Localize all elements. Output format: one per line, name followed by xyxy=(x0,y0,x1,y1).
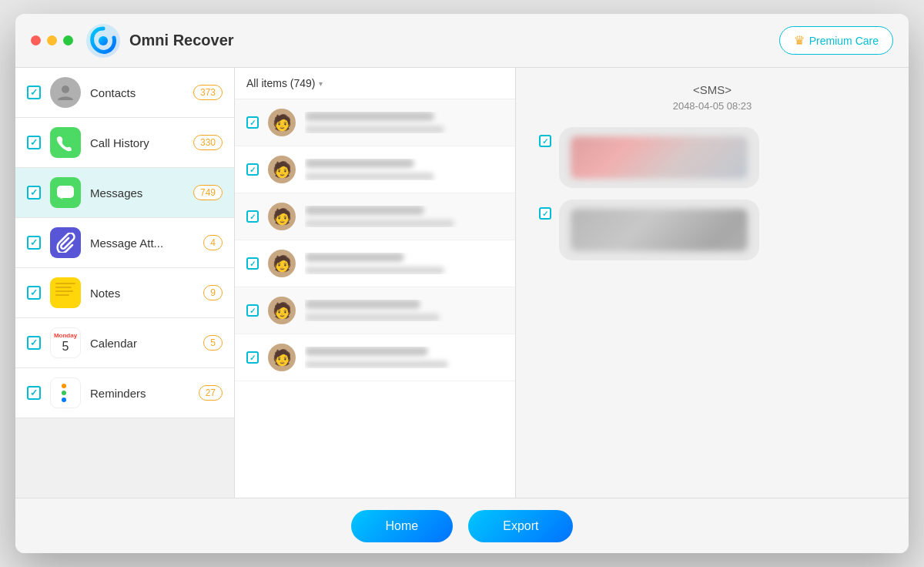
reminders-badge: 27 xyxy=(199,385,223,401)
svg-rect-3 xyxy=(57,186,74,198)
contacts-icon xyxy=(50,77,81,108)
list-item[interactable]: 🧑 xyxy=(235,193,515,240)
message-content-2 xyxy=(305,159,504,180)
messages-label: Messages xyxy=(90,186,193,200)
blur-text-4 xyxy=(305,267,444,274)
list-item[interactable]: 🧑 xyxy=(235,287,515,334)
svg-marker-4 xyxy=(60,198,63,200)
reminders-label: Reminders xyxy=(90,387,199,400)
item-checkbox-4[interactable] xyxy=(246,257,259,270)
sidebar: Contacts 373 Call History 330 xyxy=(15,68,235,498)
svg-point-1 xyxy=(99,36,108,45)
bubble-1 xyxy=(559,127,759,188)
blur-name-3 xyxy=(305,206,424,215)
avatar-6: 🧑 xyxy=(268,344,296,371)
export-button[interactable]: Export xyxy=(468,510,573,542)
minimize-button[interactable] xyxy=(47,35,57,45)
sidebar-item-notes[interactable]: Notes 9 xyxy=(15,268,234,318)
sidebar-item-reminders[interactable]: Reminders 27 xyxy=(15,368,234,418)
bubble-checkbox-2[interactable] xyxy=(539,207,551,220)
main-content: Contacts 373 Call History 330 xyxy=(15,68,909,498)
blur-name-6 xyxy=(305,347,428,356)
traffic-lights xyxy=(31,35,73,45)
message-detail: <SMS> 2048-04-05 08:23 xyxy=(516,68,909,498)
sidebar-item-messages[interactable]: Messages 749 xyxy=(15,168,234,218)
list-item[interactable]: 🧑 xyxy=(235,146,515,193)
avatar-3: 🧑 xyxy=(268,203,296,230)
bubble-blur-1 xyxy=(571,136,748,179)
bubble-blur-2 xyxy=(571,209,748,251)
message-content-3 xyxy=(305,206,504,227)
title-bar: Omni Recover ♛ Premium Care xyxy=(15,14,909,68)
message-att-checkbox[interactable] xyxy=(27,236,41,250)
item-checkbox-1[interactable] xyxy=(246,116,259,129)
reminders-icon-inner xyxy=(59,381,72,405)
messages-checkbox[interactable] xyxy=(27,186,41,200)
bubble-row-2 xyxy=(531,200,893,260)
list-item[interactable]: 🧑 xyxy=(235,334,515,381)
maximize-button[interactable] xyxy=(63,35,73,45)
message-content-6 xyxy=(305,347,504,368)
item-checkbox-3[interactable] xyxy=(246,210,259,223)
avatar-2: 🧑 xyxy=(268,156,296,183)
call-history-icon xyxy=(50,127,81,158)
sidebar-item-contacts[interactable]: Contacts 373 xyxy=(15,68,234,118)
reminders-checkbox[interactable] xyxy=(27,386,41,400)
notes-icon xyxy=(50,277,81,308)
notes-checkbox[interactable] xyxy=(27,286,41,300)
item-checkbox-6[interactable] xyxy=(246,351,259,364)
blur-name-4 xyxy=(305,253,404,262)
app-window: Omni Recover ♛ Premium Care Contacts 373 xyxy=(15,14,909,553)
bottom-bar: Home Export xyxy=(15,498,909,553)
item-checkbox-5[interactable] xyxy=(246,304,259,317)
messages-icon xyxy=(50,177,81,208)
sidebar-item-call-history[interactable]: Call History 330 xyxy=(15,118,234,168)
notes-icon-inner xyxy=(52,279,79,307)
close-button[interactable] xyxy=(31,35,41,45)
calendar-label: Calendar xyxy=(90,337,203,350)
message-att-label: Message Att... xyxy=(90,237,203,250)
blur-text-5 xyxy=(305,314,440,321)
list-item[interactable]: 🧑 xyxy=(235,99,515,146)
crown-icon: ♛ xyxy=(794,33,805,48)
sms-tag: <SMS> xyxy=(531,83,893,96)
avatar-5: 🧑 xyxy=(268,297,296,324)
message-att-icon xyxy=(50,227,81,258)
center-panel: All items (749) ▾ 🧑 🧑 xyxy=(235,68,516,498)
calendar-badge: 5 xyxy=(203,335,223,351)
sms-timestamp: 2048-04-05 08:23 xyxy=(531,100,893,112)
blur-text-2 xyxy=(305,173,434,180)
call-history-badge: 330 xyxy=(193,135,223,150)
home-button[interactable]: Home xyxy=(351,510,454,542)
list-item[interactable]: 🧑 xyxy=(235,240,515,287)
app-logo xyxy=(85,22,122,59)
sidebar-item-message-att[interactable]: Message Att... 4 xyxy=(15,218,234,268)
bubble-row-1 xyxy=(531,127,893,188)
app-title: Omni Recover xyxy=(129,32,234,49)
calendar-icon-inner: Monday 5 xyxy=(54,333,77,353)
sidebar-item-calendar[interactable]: Monday 5 Calendar 5 xyxy=(15,318,234,368)
message-content-4 xyxy=(305,253,504,274)
notes-label: Notes xyxy=(90,287,203,300)
bubble-checkbox-1[interactable] xyxy=(539,135,551,147)
blur-text-6 xyxy=(305,361,448,368)
item-checkbox-2[interactable] xyxy=(246,163,259,176)
premium-care-label: Premium Care xyxy=(809,35,879,47)
call-history-checkbox[interactable] xyxy=(27,136,41,149)
blur-name-2 xyxy=(305,159,414,168)
message-att-badge: 4 xyxy=(203,235,223,250)
call-history-label: Call History xyxy=(90,136,193,149)
messages-badge: 749 xyxy=(193,185,223,200)
filter-dropdown[interactable]: All items (749) ▾ xyxy=(246,77,323,89)
blur-text-3 xyxy=(305,220,454,227)
filter-label: All items (749) xyxy=(246,77,315,89)
notes-badge: 9 xyxy=(203,285,223,300)
svg-point-2 xyxy=(62,86,69,93)
contacts-badge: 373 xyxy=(193,85,223,100)
contacts-checkbox[interactable] xyxy=(27,86,41,99)
cal-header: Monday xyxy=(54,333,77,340)
premium-care-button[interactable]: ♛ Premium Care xyxy=(779,26,893,55)
calendar-icon: Monday 5 xyxy=(50,327,81,358)
message-list: 🧑 🧑 🧑 xyxy=(235,99,515,498)
calendar-checkbox[interactable] xyxy=(27,336,41,350)
